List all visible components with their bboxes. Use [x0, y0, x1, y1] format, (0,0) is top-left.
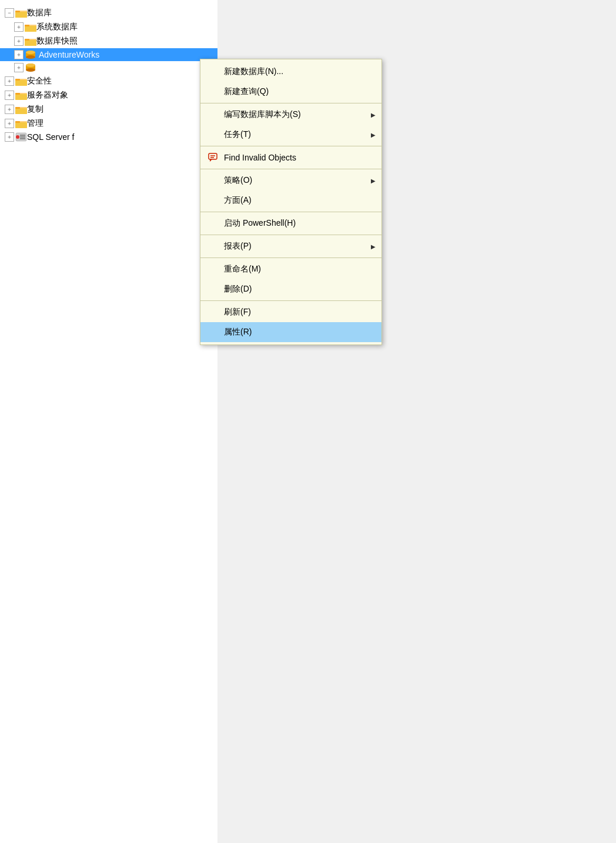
label-adventureworks: AdventureWorks: [39, 50, 99, 59]
expand-security[interactable]: ＋: [5, 76, 14, 86]
label-server-objects: 服务器对象: [27, 90, 68, 101]
tree-item-replication[interactable]: ＋ 复制: [0, 102, 217, 116]
menu-label-properties: 属性(R): [224, 327, 370, 337]
sql-icon: [15, 132, 27, 142]
expand-db-snapshot[interactable]: ＋: [14, 36, 24, 46]
svg-rect-35: [209, 153, 217, 159]
menu-divider-3: [200, 169, 381, 169]
menu-item-powershell[interactable]: 启动 PowerShell(H): [200, 213, 381, 233]
expand-management[interactable]: ＋: [5, 119, 14, 128]
menu-label-tasks: 任务(T): [224, 129, 370, 140]
expand-db-unnamed[interactable]: ＋: [14, 63, 24, 72]
menu-item-new-query[interactable]: 新建查询(Q): [200, 82, 381, 102]
powershell-icon: [207, 218, 219, 229]
tasks-arrow: ▶: [371, 132, 376, 138]
menu-item-facets[interactable]: 方面(A): [200, 190, 381, 210]
expand-adventureworks[interactable]: ＋: [14, 50, 24, 59]
rename-icon: [207, 263, 219, 275]
label-databases: 数据库: [27, 8, 52, 18]
menu-label-reports: 报表(P): [224, 241, 370, 252]
refresh-icon: [207, 306, 219, 318]
menu-divider-5: [200, 235, 381, 235]
svg-rect-28: [15, 122, 27, 128]
menu-item-policy[interactable]: 策略(O) ▶: [200, 170, 381, 190]
db-icon-adventureworks: [25, 50, 36, 59]
expand-replication[interactable]: ＋: [5, 105, 14, 114]
folder-icon-server-objects: [15, 91, 27, 100]
menu-label-refresh: 刷新(F): [224, 307, 370, 317]
svg-rect-22: [15, 94, 27, 100]
delete-icon: [207, 283, 219, 295]
menu-item-new-db[interactable]: 新建数据库(N)...: [200, 62, 381, 82]
folder-icon-security: [15, 76, 27, 86]
label-replication: 复制: [27, 104, 43, 115]
expand-databases[interactable]: －: [5, 8, 14, 18]
label-sql-server: SQL Server f: [27, 132, 74, 142]
svg-rect-23: [15, 93, 20, 95]
svg-rect-5: [25, 26, 36, 32]
svg-rect-20: [15, 79, 20, 81]
svg-rect-19: [15, 80, 27, 86]
folder-icon-replication: [15, 105, 27, 114]
svg-rect-3: [15, 11, 20, 12]
tree-item-server-objects[interactable]: ＋ 服务器对象: [0, 88, 217, 102]
menu-divider-7: [200, 300, 381, 301]
svg-point-16: [26, 68, 35, 72]
find-invalid-icon: [207, 152, 219, 163]
context-menu: 新建数据库(N)... 新建查询(Q) 编写数据库脚本为(S) ▶ 任务(T) …: [200, 59, 382, 345]
svg-rect-2: [15, 12, 27, 18]
reports-icon: [207, 240, 219, 252]
tree-item-system-db[interactable]: ＋ 系统数据库: [0, 20, 217, 34]
menu-label-powershell: 启动 PowerShell(H): [224, 218, 370, 229]
menu-divider-2: [200, 146, 381, 146]
menu-label-find-invalid: Find Invalid Objects: [224, 153, 370, 162]
db-icon-unnamed: [25, 63, 36, 72]
menu-label-rename: 重命名(M): [224, 264, 370, 275]
menu-label-delete: 删除(D): [224, 284, 370, 295]
svg-point-13: [26, 51, 35, 54]
properties-icon: [207, 326, 219, 338]
new-db-icon: [207, 66, 219, 78]
expand-sql-server[interactable]: ＋: [5, 132, 14, 142]
label-management: 管理: [27, 118, 43, 129]
menu-label-new-db: 新建数据库(N)...: [224, 66, 370, 77]
menu-label-script-db: 编写数据库脚本为(S): [224, 109, 370, 120]
menu-divider-6: [200, 257, 381, 258]
menu-item-properties[interactable]: 属性(R): [200, 322, 381, 342]
tasks-icon: [207, 129, 219, 140]
folder-icon-databases: [15, 8, 27, 18]
menu-divider-4: [200, 212, 381, 212]
label-db-snapshot: 数据库快照: [36, 36, 78, 46]
expand-system-db[interactable]: ＋: [14, 22, 24, 32]
tree-item-management[interactable]: ＋ 管理: [0, 116, 217, 131]
policy-arrow: ▶: [371, 178, 376, 184]
tree-item-databases[interactable]: － 数据库: [0, 6, 217, 20]
menu-item-find-invalid[interactable]: Find Invalid Objects: [200, 148, 381, 168]
tree-item-adventureworks[interactable]: ＋ AdventureWorks: [0, 48, 217, 61]
menu-item-delete[interactable]: 删除(D): [200, 279, 381, 299]
svg-rect-25: [15, 108, 27, 114]
svg-rect-6: [25, 25, 29, 26]
menu-item-reports[interactable]: 报表(P) ▶: [200, 236, 381, 256]
tree-item-db-snapshot[interactable]: ＋ 数据库快照: [0, 34, 217, 48]
facets-icon: [207, 195, 219, 206]
svg-point-17: [26, 63, 35, 67]
menu-item-script-db[interactable]: 编写数据库脚本为(S) ▶: [200, 105, 381, 125]
menu-item-tasks[interactable]: 任务(T) ▶: [200, 125, 381, 145]
folder-icon-management: [15, 119, 27, 128]
svg-rect-29: [15, 121, 20, 123]
menu-divider-1: [200, 103, 381, 103]
svg-point-31: [16, 135, 19, 139]
expand-server-objects[interactable]: ＋: [5, 91, 14, 100]
tree-panel: － 数据库 ＋ 系统数据库 ＋ 数据库快照 ＋: [0, 0, 217, 843]
menu-label-new-query: 新建查询(Q): [224, 86, 370, 97]
menu-label-policy: 策略(O): [224, 175, 370, 186]
tree-item-security[interactable]: ＋ 安全性: [0, 74, 217, 88]
menu-item-rename[interactable]: 重命名(M): [200, 259, 381, 279]
tree-item-db-unnamed[interactable]: ＋: [0, 61, 217, 74]
folder-icon-db-snapshot: [25, 36, 36, 46]
menu-item-refresh[interactable]: 刷新(F): [200, 302, 381, 322]
script-db-arrow: ▶: [371, 112, 376, 118]
label-security: 安全性: [27, 76, 52, 86]
tree-item-sql-server[interactable]: ＋ SQL Server f: [0, 131, 217, 143]
